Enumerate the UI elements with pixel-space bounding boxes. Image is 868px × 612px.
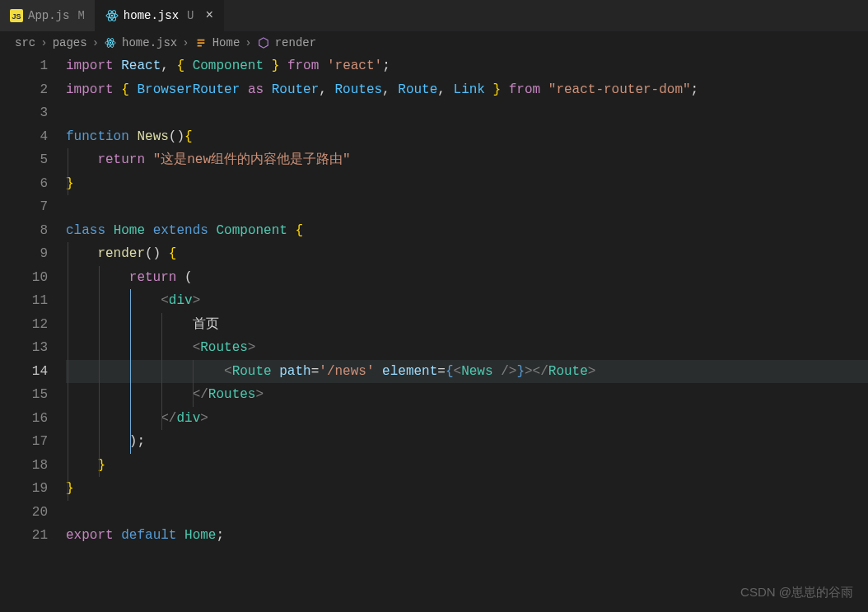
- chevron-icon: ›: [182, 36, 189, 49]
- code-line[interactable]: );: [66, 430, 868, 454]
- chevron-icon: ›: [40, 36, 47, 49]
- code-line[interactable]: }: [66, 477, 868, 501]
- line-number: 9: [0, 242, 48, 266]
- breadcrumb[interactable]: src›pages›home.jsx›Home›render: [0, 31, 868, 54]
- line-number: 10: [0, 266, 48, 290]
- line-number: 15: [0, 383, 48, 407]
- line-number: 3: [0, 101, 48, 125]
- code-line[interactable]: }: [66, 454, 868, 478]
- breadcrumb-item[interactable]: src: [15, 36, 35, 49]
- code-line[interactable]: function News(){: [66, 125, 868, 149]
- method-icon: [257, 36, 270, 49]
- tab-status: U: [187, 9, 194, 22]
- code-line[interactable]: [66, 195, 868, 219]
- line-number: 13: [0, 336, 48, 360]
- code-area[interactable]: import React, { Component } from 'react'…: [66, 54, 868, 548]
- chevron-icon: ›: [245, 36, 251, 49]
- code-line[interactable]: </Routes>: [66, 383, 868, 407]
- line-number: 7: [0, 195, 48, 219]
- code-editor[interactable]: 123456789101112131415161718192021 import…: [0, 54, 868, 548]
- code-line[interactable]: 首页: [66, 313, 868, 337]
- tab-bar: JS App.js M home.jsx U ×: [0, 0, 868, 31]
- line-number: 19: [0, 477, 48, 501]
- tab-label: home.jsx: [124, 9, 179, 22]
- code-line[interactable]: [66, 501, 868, 525]
- code-line[interactable]: class Home extends Component {: [66, 219, 868, 243]
- line-number: 2: [0, 78, 48, 102]
- line-number: 14: [0, 360, 48, 384]
- svg-text:JS: JS: [12, 12, 21, 21]
- breadcrumb-item[interactable]: render: [275, 36, 316, 49]
- react-icon: [105, 9, 119, 22]
- svg-point-5: [111, 15, 114, 17]
- line-number: 8: [0, 219, 48, 243]
- svg-point-9: [110, 42, 111, 44]
- code-line[interactable]: }: [66, 172, 868, 196]
- class-icon: [194, 36, 208, 49]
- line-number: 11: [0, 289, 48, 313]
- code-line[interactable]: <div>: [66, 289, 868, 313]
- tab-app-js[interactable]: JS App.js M: [0, 0, 96, 31]
- tab-label: App.js: [28, 9, 69, 22]
- code-line[interactable]: render() {: [66, 242, 868, 266]
- code-line[interactable]: </div>: [66, 407, 868, 431]
- code-line[interactable]: import React, { Component } from 'react'…: [66, 54, 868, 78]
- close-icon[interactable]: ×: [205, 8, 213, 23]
- code-line[interactable]: <Route path='/news' element={<News />}><…: [66, 360, 868, 384]
- line-number: 17: [0, 430, 48, 454]
- tab-status: M: [77, 9, 84, 22]
- code-line[interactable]: export default Home;: [66, 524, 868, 548]
- code-line[interactable]: return "这是new组件的内容他是子路由": [66, 148, 868, 172]
- line-number: 16: [0, 407, 48, 431]
- code-line[interactable]: return (: [66, 266, 868, 290]
- line-number: 18: [0, 454, 48, 478]
- tab-home-jsx[interactable]: home.jsx U ×: [96, 0, 224, 31]
- breadcrumb-item[interactable]: pages: [53, 36, 87, 49]
- js-icon: JS: [10, 9, 23, 22]
- code-line[interactable]: <Routes>: [66, 336, 868, 360]
- watermark: CSDN @崽崽的谷雨: [740, 585, 853, 600]
- line-number: 21: [0, 524, 48, 548]
- chevron-icon: ›: [92, 36, 99, 49]
- line-number: 5: [0, 148, 48, 172]
- line-number: 20: [0, 501, 48, 525]
- line-number: 1: [0, 54, 48, 78]
- react-icon: [104, 36, 117, 49]
- line-gutter: 123456789101112131415161718192021: [0, 54, 66, 548]
- breadcrumb-item[interactable]: Home: [212, 36, 240, 49]
- code-line[interactable]: [66, 101, 868, 125]
- line-number: 6: [0, 172, 48, 196]
- line-number: 12: [0, 313, 48, 337]
- code-line[interactable]: import { BrowserRouter as Router, Routes…: [66, 78, 868, 102]
- breadcrumb-item[interactable]: home.jsx: [122, 36, 177, 49]
- line-number: 4: [0, 125, 48, 149]
